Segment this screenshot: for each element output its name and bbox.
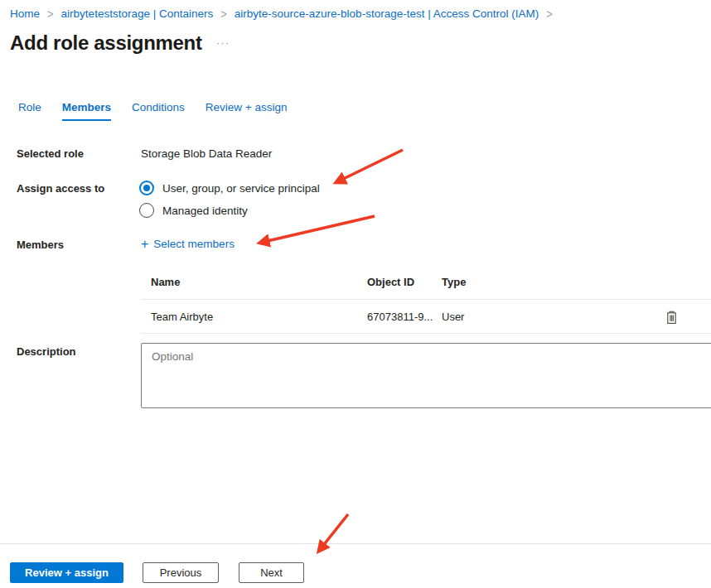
radio-user-group-service-principal[interactable]: User, group, or service principal [139, 181, 320, 195]
members-label: Members [17, 239, 64, 251]
radio-label: Managed identity [162, 205, 248, 217]
tab-role[interactable]: Role [18, 101, 41, 121]
footer-divider [0, 543, 711, 544]
select-members-label: Select members [153, 238, 235, 250]
members-table: Name Object ID Type Team Airbyte 6707381… [141, 273, 711, 334]
delete-member-button[interactable] [663, 309, 680, 325]
member-object-id-cell: 67073811-9... [367, 311, 442, 323]
breadcrumb-separator: > [546, 7, 553, 21]
review-assign-button[interactable]: Review + assign [10, 562, 123, 583]
plus-icon: + [141, 239, 148, 249]
assign-access-to-label: Assign access to [17, 182, 104, 195]
tab-bar: Role Members Conditions Review + assign [18, 101, 288, 121]
annotation-arrow-select-members [260, 216, 375, 243]
column-header-type: Type [442, 276, 711, 288]
breadcrumb-separator: > [47, 7, 54, 21]
description-input[interactable] [141, 343, 711, 408]
annotation-arrow-next [319, 514, 348, 551]
breadcrumb-home[interactable]: Home [10, 7, 40, 20]
selected-role-value: Storage Blob Data Reader [141, 147, 272, 160]
tab-review-assign[interactable]: Review + assign [206, 101, 288, 121]
previous-button[interactable]: Previous [143, 562, 219, 583]
selected-role-label: Selected role [17, 147, 84, 160]
column-header-name: Name [151, 276, 367, 288]
column-header-object-id: Object ID [367, 276, 442, 288]
more-options-icon[interactable]: ··· [216, 37, 230, 49]
annotation-arrow-radio [336, 150, 403, 182]
description-label: Description [17, 345, 76, 358]
breadcrumb: Home > airbyteteststorage | Containers >… [10, 7, 553, 20]
page-title: Add role assignment [10, 31, 202, 55]
trash-icon [665, 311, 678, 325]
select-members-link[interactable]: + Select members [141, 238, 235, 250]
next-button[interactable]: Next [239, 562, 304, 583]
table-row: Team Airbyte 67073811-9... User [141, 300, 711, 334]
radio-managed-identity[interactable]: Managed identity [139, 203, 320, 218]
breadcrumb-access-control-iam[interactable]: airbyte-source-azure-blob-storage-test |… [235, 7, 539, 20]
radio-label: User, group, or service principal [162, 182, 320, 195]
tab-conditions[interactable]: Conditions [132, 101, 185, 121]
assign-access-to-radio-group: User, group, or service principal Manage… [139, 181, 320, 218]
breadcrumb-separator: > [220, 7, 227, 21]
add-role-assignment-page: { "theme": { "accent": "#0078d4", "link"… [0, 0, 711, 588]
radio-selected-icon [139, 181, 154, 195]
radio-unselected-icon [139, 203, 154, 218]
tab-members[interactable]: Members [62, 101, 111, 121]
member-name-cell: Team Airbyte [151, 311, 367, 323]
members-table-header: Name Object ID Type [141, 273, 711, 300]
breadcrumb-storage-containers[interactable]: airbyteteststorage | Containers [61, 7, 214, 20]
